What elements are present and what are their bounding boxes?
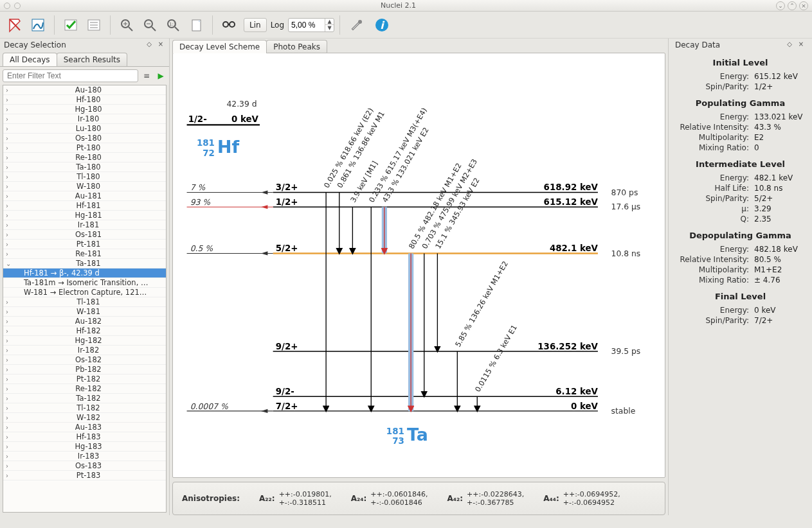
tree-item[interactable]: Hg-181 [3,211,166,220]
tree-item[interactable]: Ta-182 [3,394,166,403]
tree-item[interactable]: Au-183 [3,423,166,432]
pin-icon[interactable] [14,3,21,9]
data-row: Spin/Parity:5/2+ [671,193,809,204]
tree-item-child[interactable]: Ta-181m → Isomeric Transition, … [3,278,166,288]
tree-item[interactable]: Au-181 [3,191,166,201]
info-button[interactable]: i [371,14,393,36]
tree-item[interactable]: W-182 [3,413,166,423]
section-title: Intermediate Level [671,159,809,169]
tree-item[interactable]: Pt-182 [3,374,166,384]
threshold-input[interactable] [289,20,325,30]
filter-options-icon[interactable]: ≡ [141,70,152,82]
tree-item[interactable]: Ir-182 [3,346,166,355]
tree-item-child[interactable]: Hf-181 → β-, 42.39 d [3,268,166,278]
panel-title: Decay Selection ◇ × [0,39,169,51]
svg-point-20 [358,20,362,24]
tree-item[interactable]: Hg-182 [3,336,166,346]
settings-button[interactable] [345,14,367,36]
tree-item[interactable]: Ta-181 [3,259,166,268]
nuclide-tree[interactable]: Au-180Hf-180Hg-180Ir-180Lu-180Os-180Pt-1… [3,85,167,513]
unpin-icon[interactable]: ◇ [785,40,794,49]
tree-item[interactable]: Au-180 [3,85,166,95]
export-svg-button[interactable] [27,14,49,36]
zoom-in-button[interactable] [116,14,138,36]
a42-label: A₄₂: [447,494,463,503]
tree-item[interactable]: Hg-180 [3,105,166,114]
tree-item[interactable]: Hf-180 [3,95,166,105]
list-view-button[interactable] [83,14,105,36]
tab-search-results[interactable]: Search Results [57,53,127,66]
filter-input[interactable] [3,69,138,82]
data-row: Multipolarity:E2 [671,132,809,143]
tab-all-decays[interactable]: All Decays [3,53,57,66]
data-row: Mixing Ratio:0 [671,143,809,153]
maximize-button[interactable]: ⌃ [788,1,797,10]
panel-title: Decay Data ◇ × [671,39,809,51]
svg-text:9/2-: 9/2- [276,387,294,396]
search-button[interactable] [218,14,240,36]
zoom-out-button[interactable] [139,14,161,36]
close-panel-icon[interactable]: × [797,40,806,49]
spin-down-icon[interactable]: ▼ [325,25,334,31]
tree-item-child[interactable]: W-181 → Electron Capture, 121… [3,288,166,297]
tree-item[interactable]: Os-180 [3,134,166,143]
tree-item[interactable]: Ir-183 [3,452,166,461]
tree-item[interactable]: Re-182 [3,384,166,394]
svg-text:42.39 d: 42.39 d [226,100,257,109]
app-menu-icon[interactable] [4,3,10,9]
filter-run-icon[interactable]: ▶ [155,70,167,82]
tree-item[interactable]: Pt-183 [3,471,166,480]
toolbar: 1:1 Lin Log ▲▼ i [0,12,812,39]
minimize-button[interactable]: ⌄ [776,1,785,10]
tree-item[interactable]: Hf-182 [3,326,166,336]
tree-item[interactable]: Os-182 [3,355,166,365]
threshold-spinner[interactable]: ▲▼ [288,18,334,32]
tree-item[interactable]: W-181 [3,307,166,317]
tree-item[interactable]: Tl-181 [3,297,166,307]
page-button[interactable] [185,14,207,36]
tree-item[interactable]: Os-181 [3,230,166,240]
svg-text:0.5 %: 0.5 % [190,244,213,253]
tree-item[interactable]: Tl-180 [3,172,166,182]
tree-item[interactable]: Ir-181 [3,220,166,230]
spin-up-icon[interactable]: ▲ [325,19,334,25]
export-pdf-button[interactable] [4,14,26,36]
left-tabs: All Decays Search Results [0,51,169,66]
level-scheme-svg: 42.39 d1/2-0 keV18172Hf18173Ta3/2+618.92… [173,53,665,477]
svg-text:3/2+: 3/2+ [276,182,298,192]
tree-item[interactable]: Pt-180 [3,143,166,153]
close-button[interactable]: × [799,1,808,10]
level-scheme-viewport[interactable]: 42.39 d1/2-0 keV18172Hf18173Ta3/2+618.92… [172,53,665,478]
tree-item[interactable]: Hf-181 [3,201,166,211]
apply-button[interactable] [60,14,82,36]
tree-item[interactable]: Hf-183 [3,432,166,442]
tree-item[interactable]: Pt-181 [3,240,166,249]
tab-photo-peaks[interactable]: Photo Peaks [266,40,327,53]
log-scale-label[interactable]: Log [271,21,284,30]
svg-point-17 [223,22,228,27]
tree-item[interactable]: Tl-182 [3,403,166,413]
section-title: Initial Level [671,58,809,67]
tree-item[interactable]: Pb-182 [3,365,166,374]
unpin-icon[interactable]: ◇ [145,40,154,49]
svg-text:5.85 % 136.26 keV M1+E2: 5.85 % 136.26 keV M1+E2 [453,260,510,348]
svg-text:618.92 keV: 618.92 keV [544,182,599,192]
tree-item[interactable]: Ir-180 [3,114,166,124]
tree-item[interactable]: Lu-180 [3,124,166,134]
svg-text:stable: stable [611,407,636,416]
tree-item[interactable]: Re-181 [3,249,166,259]
tree-item[interactable]: Re-180 [3,153,166,163]
tree-item[interactable]: W-180 [3,182,166,191]
linear-scale-button[interactable]: Lin [244,18,267,32]
data-row: Half Life:10.8 ns [671,183,809,193]
zoom-fit-button[interactable]: 1:1 [162,14,184,36]
tree-item[interactable]: Hg-183 [3,442,166,452]
section-title: Populating Gamma [671,98,809,108]
filter-row: ≡ ▶ [0,66,169,85]
titlebar: Nuclei 2.1 ⌄ ⌃ × [0,0,812,12]
tree-item[interactable]: Os-183 [3,461,166,471]
tree-item[interactable]: Ta-180 [3,163,166,172]
close-panel-icon[interactable]: × [156,40,165,49]
tab-decay-level-scheme[interactable]: Decay Level Scheme [172,40,267,53]
tree-item[interactable]: Au-182 [3,317,166,326]
